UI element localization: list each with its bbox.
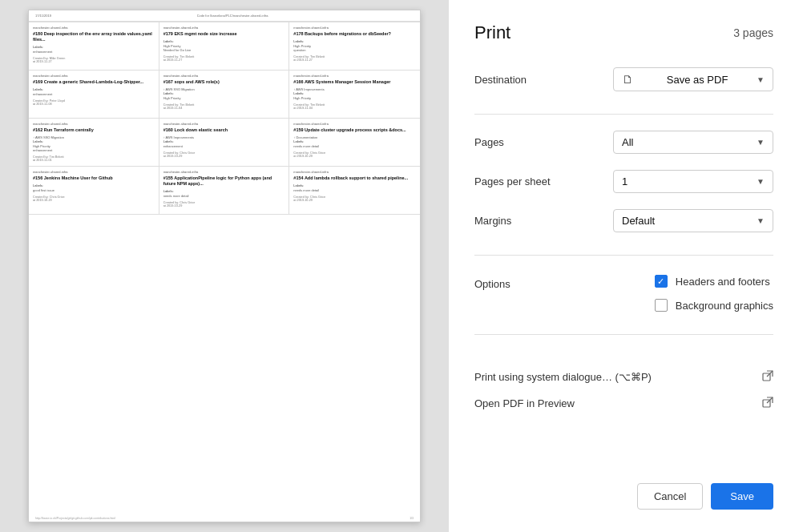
issue-org: manchester-shared-infra [163, 122, 285, 126]
issue-created: Created by: Tim Birkettat 2019-11-27 [293, 55, 416, 62]
pages-label: Pages [474, 136, 571, 148]
open-pdf-row[interactable]: Open PDF in Preview [474, 397, 773, 410]
issue-labels-header: Labels: [163, 91, 285, 95]
issue-labels-header: Labels: [293, 39, 416, 43]
issue-org: manchester-shared-infra [293, 122, 416, 126]
chevron-down-icon: ▼ [757, 75, 765, 84]
issue-created: Created by: Chris Griceat 2019-10-29 [293, 151, 416, 158]
issue-title: #169 Create a generic Shared-Lambda-Log-… [33, 79, 155, 85]
issue-title: #162 Run Terraform centrally [33, 127, 155, 133]
issue-created: Created by: Tim Birkettat 2019-11-27 [163, 55, 285, 62]
destination-value: Save as PDF [667, 74, 728, 86]
issue-label: needs more detail [163, 194, 285, 198]
margins-row: Margins Default ▼ [474, 209, 773, 232]
issue-org: manchester-shared-infra [293, 170, 416, 174]
file-icon: 🗋 [622, 73, 633, 86]
issue-label: good first issue [33, 188, 155, 192]
system-dialogue-row[interactable]: Print using system dialogue… (⌥⌘P) [474, 367, 773, 384]
issue-label: High Priorityenhancement [33, 144, 155, 152]
footer-buttons: Cancel Save [474, 467, 773, 510]
headers-footers-label: Headers and footers [676, 276, 770, 288]
issue-title: #180 Deep inspection of the env array in… [33, 31, 155, 42]
issue-cell: manchester-shared-infra#169 Create a gen… [29, 71, 159, 119]
issue-org: manchester-shared-infra [33, 170, 155, 174]
issue-title: #156 Jenkins Machine User for Github [33, 175, 155, 181]
save-button[interactable]: Save [711, 483, 773, 510]
issue-org: manchester-shared-infra [33, 74, 155, 78]
footer-page: 1/3 [410, 517, 414, 520]
issue-created: Created by: Tim Birkettat 2019-11-04 [293, 103, 416, 110]
pages-per-sheet-select[interactable]: 1 ▼ [613, 170, 773, 193]
issue-org: manchester-shared-infra [163, 170, 285, 174]
pages-value: All [622, 136, 633, 148]
issue-label: enhancement [33, 50, 155, 54]
issue-labels-header: Labels: [293, 183, 416, 187]
issue-title: #166 AWS Systems Manager Session Manager [293, 79, 416, 85]
issue-cell: manchester-shared-infra#156 Jenkins Mach… [29, 167, 159, 215]
issue-created: Created by: Chris Griceat 2019-10-29 [293, 195, 416, 202]
options-checkboxes: ✓ Headers and footers Background graphic… [655, 275, 773, 312]
issue-org: manchester-shared-infra [293, 26, 416, 30]
issue-label: enhancement [33, 92, 155, 96]
print-pages-count: 3 pages [733, 26, 773, 39]
background-graphics-checkbox-row[interactable]: Background graphics [655, 299, 773, 312]
issue-labels-header: Labels: [33, 183, 155, 187]
issue-grid: manchester-shared-infra#180 Deep inspect… [29, 22, 420, 215]
issue-label: enhancement [163, 144, 285, 148]
destination-label: Destination [474, 74, 571, 86]
margins-select[interactable]: Default ▼ [613, 209, 773, 232]
issue-created: Created by: Peter Lloydat 2019-11-08 [33, 99, 155, 106]
destination-select[interactable]: 🗋 Save as PDF ▼ [613, 67, 773, 91]
issue-label: High Priorityquestion [293, 44, 416, 52]
issue-created: Created by: Chris Griceat 2019-10-29 [33, 195, 155, 202]
issue-cell: manchester-shared-infra#178 Backups befo… [289, 22, 420, 71]
pages-per-sheet-value: 1 [622, 175, 627, 187]
pages-select[interactable]: All ▼ [613, 131, 773, 154]
print-title: Print [474, 22, 510, 43]
issue-cell: manchester-shared-infra#180 Deep inspect… [29, 22, 159, 71]
margins-value: Default [622, 215, 655, 227]
issue-org: manchester-shared-infra [163, 74, 285, 78]
chevron-down-icon: ▼ [757, 138, 765, 147]
issue-labels-header: Labels: [163, 189, 285, 193]
issue-cell: manchester-shared-infra#155 ApplicationP… [159, 167, 290, 215]
print-header: Print 3 pages [474, 22, 773, 43]
issue-labels-header: Labels: [33, 45, 155, 49]
issue-org: manchester-shared-infra [293, 74, 416, 78]
issue-labels-header: Labels: [163, 139, 285, 143]
issue-label: needs more detail [293, 144, 416, 148]
divider-2 [474, 255, 773, 256]
issue-labels-header: Labels: [33, 139, 155, 143]
issue-cell: manchester-shared-infra#160 Lock down el… [159, 119, 290, 167]
headers-footers-checkbox[interactable]: ✓ [655, 275, 668, 288]
issue-created: Created by: Chris Griceat 2019-10-29 [163, 201, 285, 208]
external-link-icon-2 [762, 397, 773, 410]
pages-per-sheet-label: Pages per sheet [474, 175, 571, 187]
options-row: Options ✓ Headers and footers Background… [474, 275, 773, 312]
system-dialogue-label: Print using system dialogue… (⌥⌘P) [474, 371, 652, 383]
header-title: Code for /barcelona/PLC/manchester-share… [197, 14, 268, 18]
issue-cell: manchester-shared-infra#154 Add lambda r… [289, 167, 420, 215]
checkmark-icon: ✓ [657, 277, 664, 286]
background-graphics-label: Background graphics [676, 300, 773, 312]
pages-row: Pages All ▼ [474, 131, 773, 154]
issue-title: #154 Add lambda rollback support to shar… [293, 175, 416, 181]
preview-pane: 17/11/2019 Code for /barcelona/PLC/manch… [0, 0, 449, 532]
issue-label: High Priority [163, 96, 285, 100]
issue-title: #160 Lock down elastic search [163, 127, 285, 133]
issue-cell: manchester-shared-infra#162 Run Terrafor… [29, 119, 159, 167]
print-panel: Print 3 pages Destination 🗋 Save as PDF … [449, 0, 799, 532]
headers-footers-checkbox-row[interactable]: ✓ Headers and footers [655, 275, 773, 288]
issue-label: High Priority [293, 96, 416, 100]
footer-url: http://barce.io.nk/Projects/git/git.gith… [35, 517, 115, 520]
issue-title: #178 Backups before migrations or dbSeed… [293, 31, 416, 37]
cancel-button[interactable]: Cancel [637, 483, 703, 510]
page-header: 17/11/2019 Code for /barcelona/PLC/manch… [29, 10, 420, 22]
background-graphics-checkbox[interactable] [655, 299, 668, 312]
issue-created: Created by: Tim Birkettat 2019-11-04 [163, 103, 285, 110]
open-pdf-label: Open PDF in Preview [474, 397, 575, 409]
divider-3 [474, 334, 773, 335]
issue-org: manchester-shared-infra [163, 26, 285, 30]
pages-per-sheet-row: Pages per sheet 1 ▼ [474, 170, 773, 193]
chevron-down-icon: ▼ [757, 177, 765, 186]
